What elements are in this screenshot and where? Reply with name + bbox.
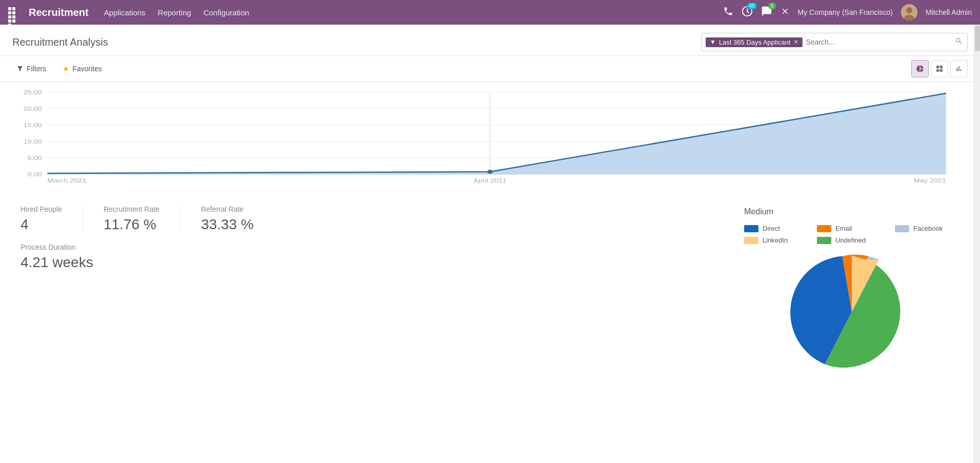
svg-point-2 bbox=[906, 7, 912, 13]
star-icon: ★ bbox=[63, 65, 69, 73]
top-navigation: Recruitment Applications Reporting Confi… bbox=[0, 0, 980, 25]
process-duration-stat: Process Duration 4.21 weeks bbox=[21, 243, 744, 271]
nav-configuration[interactable]: Configuration bbox=[204, 8, 249, 17]
referral-rate-label: Referral Rate bbox=[201, 205, 254, 213]
svg-text:0.00: 0.00 bbox=[28, 171, 42, 178]
legend-label-direct: Direct bbox=[763, 225, 780, 232]
stats-pie-row: Hired People 4 Recruitment Rate 11.76 % … bbox=[0, 195, 980, 373]
medium-title: Medium bbox=[744, 205, 959, 216]
legend-label-undefined: Undefined bbox=[835, 236, 866, 244]
filter-tag-label: Last 365 Days Applicant bbox=[719, 38, 790, 46]
legend-label-facebook: Facebook bbox=[913, 225, 943, 232]
legend-color-email bbox=[817, 225, 831, 232]
clock-badge-count: 48 bbox=[747, 3, 756, 9]
view-bar-button[interactable] bbox=[950, 60, 968, 77]
process-duration-label: Process Duration bbox=[21, 243, 744, 251]
user-avatar[interactable] bbox=[901, 4, 917, 21]
scrollbar-thumb[interactable] bbox=[975, 26, 980, 51]
svg-text:May 2021: May 2021 bbox=[914, 177, 946, 184]
legend-color-direct bbox=[744, 225, 758, 232]
recruitment-rate-label: Recruitment Rate bbox=[104, 205, 159, 213]
favorites-label: Favorites bbox=[72, 65, 102, 73]
line-chart: 25.00 20.00 15.00 10.00 5.00 0.00 March … bbox=[21, 87, 959, 185]
nav-right: 48 5 My Company (San Francisco) Mitchell… bbox=[723, 4, 972, 21]
toolbar-right bbox=[911, 60, 968, 77]
toolbar: Filters ★ Favorites bbox=[0, 56, 980, 82]
pie-chart bbox=[790, 250, 913, 373]
legend-facebook: Facebook bbox=[895, 225, 959, 232]
nav-links: Applications Reporting Configuration bbox=[104, 8, 713, 17]
search-input[interactable] bbox=[806, 38, 955, 46]
search-icon[interactable] bbox=[955, 37, 963, 47]
phone-icon[interactable] bbox=[723, 6, 733, 19]
hired-people-stat: Hired People 4 bbox=[21, 205, 83, 233]
view-grid-button[interactable] bbox=[931, 60, 948, 77]
svg-marker-17 bbox=[47, 93, 946, 174]
svg-text:5.00: 5.00 bbox=[28, 155, 42, 162]
legend-color-facebook bbox=[895, 225, 909, 232]
legend-label-linkedin: LinkedIn bbox=[763, 236, 788, 244]
view-pie-button[interactable] bbox=[911, 60, 929, 77]
close-icon[interactable] bbox=[781, 7, 790, 18]
search-bar: ▼ Last 365 Days Applicant ✕ bbox=[701, 33, 968, 51]
stats-section: Hired People 4 Recruitment Rate 11.76 % … bbox=[21, 205, 744, 373]
legend-grid: Direct Email Facebook LinkedIn Undefined bbox=[744, 225, 959, 244]
referral-rate-stat: Referral Rate 33.33 % bbox=[201, 205, 254, 233]
pie-chart-container bbox=[744, 250, 959, 373]
hired-people-value: 4 bbox=[21, 216, 62, 233]
recruitment-rate-value: 11.76 % bbox=[104, 216, 159, 233]
brand-title: Recruitment bbox=[29, 7, 89, 18]
legend-color-linkedin bbox=[744, 237, 758, 244]
process-duration-value: 4.21 weeks bbox=[21, 254, 744, 271]
clock-badge[interactable]: 48 bbox=[742, 6, 753, 19]
chart-area: 25.00 20.00 15.00 10.00 5.00 0.00 March … bbox=[0, 82, 980, 195]
chat-badge[interactable]: 5 bbox=[761, 6, 772, 19]
company-name[interactable]: My Company (San Francisco) bbox=[798, 8, 893, 16]
scrollbar[interactable] bbox=[974, 25, 980, 463]
medium-section: Medium Direct Email Facebook LinkedIn bbox=[744, 205, 959, 373]
stats-row-1: Hired People 4 Recruitment Rate 11.76 % … bbox=[21, 205, 744, 233]
filter-funnel-icon: ▼ bbox=[710, 38, 716, 46]
main-content: Recruitment Analysis ▼ Last 365 Days App… bbox=[0, 25, 980, 463]
legend-undefined: Undefined bbox=[817, 236, 883, 244]
username[interactable]: Mitchell Admin bbox=[926, 8, 972, 16]
nav-applications[interactable]: Applications bbox=[104, 8, 146, 17]
app-grid-icon[interactable] bbox=[8, 7, 18, 17]
legend-label-email: Email bbox=[835, 225, 852, 232]
filter-tag-close[interactable]: ✕ bbox=[793, 38, 798, 46]
svg-text:March 2021: March 2021 bbox=[47, 177, 86, 184]
legend-direct: Direct bbox=[744, 225, 805, 232]
hired-people-label: Hired People bbox=[21, 205, 62, 213]
referral-rate-value: 33.33 % bbox=[201, 216, 254, 233]
toolbar-left: Filters ★ Favorites bbox=[12, 63, 911, 75]
legend-color-undefined bbox=[817, 237, 831, 244]
svg-text:10.00: 10.00 bbox=[24, 138, 42, 145]
legend-linkedin: LinkedIn bbox=[744, 236, 805, 244]
chat-badge-count: 5 bbox=[768, 3, 776, 9]
svg-text:April 2021: April 2021 bbox=[473, 177, 507, 184]
page-title: Recruitment Analysis bbox=[12, 36, 693, 48]
favorites-button[interactable]: ★ Favorites bbox=[58, 63, 106, 75]
svg-text:15.00: 15.00 bbox=[24, 122, 42, 129]
svg-text:20.00: 20.00 bbox=[24, 106, 42, 112]
filter-tag: ▼ Last 365 Days Applicant ✕ bbox=[706, 37, 803, 47]
nav-reporting[interactable]: Reporting bbox=[158, 8, 191, 17]
legend-email: Email bbox=[817, 225, 883, 232]
svg-text:25.00: 25.00 bbox=[24, 89, 42, 96]
filters-label: Filters bbox=[27, 65, 46, 73]
svg-point-18 bbox=[487, 170, 492, 174]
filters-button[interactable]: Filters bbox=[12, 63, 50, 75]
page-header: Recruitment Analysis ▼ Last 365 Days App… bbox=[0, 25, 980, 56]
recruitment-rate-stat: Recruitment Rate 11.76 % bbox=[104, 205, 181, 233]
